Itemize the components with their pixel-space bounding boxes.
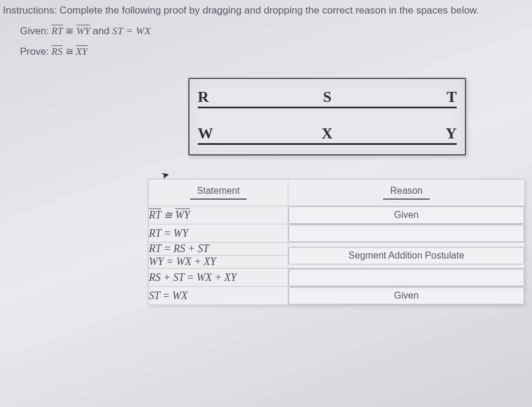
reason-header: Reason — [288, 180, 525, 206]
table-row: RT ≅ WY Given — [149, 206, 525, 224]
statement-cell: RS + ST = WX + XY — [149, 269, 288, 287]
given-line: Given: RT ≅ WY and ST = WX — [0, 22, 532, 37]
statement-cell: WY = WX + XY — [149, 256, 288, 269]
reason-header-text: Reason — [383, 186, 430, 200]
table-row: ST = WX Given — [149, 287, 525, 305]
point-s: S — [323, 88, 331, 106]
point-x: X — [322, 125, 333, 143]
table-row: RT = RS + ST Segment Addition Postulate — [149, 243, 525, 256]
reason-cell[interactable]: Given — [288, 287, 525, 305]
point-w: W — [198, 125, 213, 143]
statement-cell: ST = WX — [149, 287, 288, 305]
statement-header-text: Statement — [190, 186, 247, 200]
given-seg-rt: RT — [51, 25, 63, 37]
reason-cell[interactable]: Segment Addition Postulate — [288, 243, 525, 269]
reason-drop-slot[interactable] — [288, 224, 524, 242]
stmt-seg: RT — [149, 209, 161, 221]
congruent-symbol: ≅ — [65, 46, 74, 57]
given-and: and — [93, 25, 112, 37]
statement-header: Statement — [149, 180, 288, 206]
point-y: Y — [445, 125, 457, 143]
reason-drop-slot[interactable]: Given — [288, 206, 524, 224]
reason-drop-slot[interactable]: Given — [288, 287, 524, 305]
prove-seg-xy: XY — [76, 46, 88, 57]
segment-diagram: R S T W X Y — [188, 78, 466, 155]
reason-cell[interactable] — [288, 269, 525, 287]
prove-label: Prove: — [20, 46, 49, 57]
reason-drop-slot[interactable]: Segment Addition Postulate — [288, 247, 524, 264]
line-bar — [198, 143, 457, 145]
congruent-symbol: ≅ — [65, 25, 74, 37]
point-t: T — [447, 88, 457, 106]
reason-drop-slot[interactable] — [288, 269, 524, 286]
reason-cell[interactable]: Given — [288, 206, 525, 224]
given-seg-wy: WY — [77, 25, 91, 37]
stmt-seg: WY — [175, 209, 190, 221]
segment-line-rst: R S T — [198, 90, 457, 108]
statement-cell: RT ≅ WY — [149, 206, 288, 224]
given-label: Given: — [20, 25, 49, 37]
given-eq: ST = WX — [112, 25, 151, 37]
segment-line-wxy: W X Y — [198, 126, 457, 145]
instructions-text: Instructions: Complete the following pro… — [0, 0, 532, 16]
point-r: R — [198, 88, 209, 106]
prove-seg-rs: RS — [51, 46, 62, 57]
stmt-mid: ≅ — [161, 209, 175, 221]
prove-line: Prove: RS ≅ XY — [0, 43, 532, 58]
reason-cell[interactable] — [288, 224, 525, 243]
statement-cell: RT = WY — [149, 224, 288, 243]
proof-table: Statement Reason RT ≅ WY Given RT = WY R… — [148, 179, 525, 305]
table-row: RT = WY — [149, 224, 525, 243]
statement-cell: RT = RS + ST — [149, 243, 288, 256]
line-bar — [198, 107, 457, 108]
table-row: RS + ST = WX + XY — [149, 269, 525, 287]
